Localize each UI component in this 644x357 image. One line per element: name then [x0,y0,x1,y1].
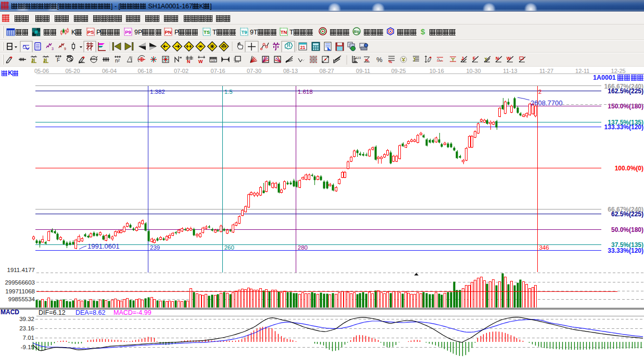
svg-text:07-02: 07-02 [174,68,188,74]
svg-text:Big: Big [353,30,359,34]
svg-text:PS: PS [87,29,94,35]
svg-text:%: % [376,56,383,64]
svg-text:133.33%(120): 133.33%(120) [604,124,643,131]
svg-text:$: $ [421,27,425,36]
svg-text:9: 9 [64,47,66,51]
svg-text:99855534: 99855534 [8,296,35,302]
svg-text:09-25: 09-25 [391,68,406,74]
svg-text:TS: TS [204,29,210,35]
svg-text:11-27: 11-27 [539,68,553,74]
svg-text:123: 123 [356,56,361,59]
svg-text:123: 123 [211,59,216,63]
svg-text:07-16: 07-16 [211,68,225,74]
svg-text:1.618: 1.618 [298,89,313,95]
svg-text:%: % [388,59,392,64]
svg-text:1.382: 1.382 [150,89,165,95]
svg-text:P9: P9 [125,29,131,35]
svg-text:DEA=8.62: DEA=8.62 [75,309,105,316]
svg-text:09-11: 09-11 [356,68,370,74]
svg-text:1991.0601: 1991.0601 [87,242,119,250]
svg-text:11-13: 11-13 [503,68,517,74]
svg-text:W: W [198,59,203,64]
svg-text:06-18: 06-18 [137,68,152,74]
svg-text:PN: PN [165,29,171,35]
svg-text:346: 346 [539,244,549,251]
svg-text:100.0%(0): 100.0%(0) [615,165,643,172]
svg-text:50.0%(180): 50.0%(180) [611,226,643,233]
svg-text:N: N [496,56,499,61]
svg-text:2608.7700: 2608.7700 [531,99,562,107]
svg-text:F: F [473,56,475,61]
svg-text:TN: TN [281,29,287,35]
svg-text:W: W [507,56,511,61]
svg-text:%: % [365,58,369,63]
svg-text:3: 3 [52,47,54,51]
svg-text:199711068: 199711068 [5,288,35,294]
svg-text:10-16: 10-16 [430,68,444,74]
svg-text:1911.4177: 1911.4177 [7,267,35,273]
svg-text:62.5%(225): 62.5%(225) [611,211,643,218]
svg-text:08-27: 08-27 [320,68,334,74]
svg-text:J: J [461,56,464,61]
svg-text:150.0%(180): 150.0%(180) [608,103,643,110]
svg-text:05-06: 05-06 [34,68,49,74]
svg-text:39.32: 39.32 [19,316,34,322]
svg-text:280: 280 [298,244,308,251]
svg-text:T9: T9 [241,29,247,35]
svg-text:-9.15: -9.15 [21,344,34,350]
svg-text:33.33%(120): 33.33%(120) [608,247,643,254]
svg-text:MACD: MACD [1,309,19,316]
svg-text:08-13: 08-13 [283,68,298,74]
svg-text:239: 239 [150,244,160,251]
svg-text:299566603: 299566603 [5,279,35,286]
svg-text:N: N [187,59,191,64]
svg-text:MACD=-4.99: MACD=-4.99 [113,309,151,316]
svg-text:n²: n² [115,58,120,64]
svg-text:10-30: 10-30 [466,68,481,74]
svg-text:1.5: 1.5 [224,89,233,95]
svg-text:23.16: 23.16 [19,325,34,331]
svg-text:12-25: 12-25 [611,68,626,74]
svg-text:06-04: 06-04 [102,68,117,74]
svg-text:05-20: 05-20 [65,68,80,74]
svg-text:07-30: 07-30 [247,68,261,74]
svg-text:12-11: 12-11 [575,68,589,74]
svg-text:F: F [57,57,60,63]
svg-text:21: 21 [300,45,306,50]
svg-text:260: 260 [224,244,234,251]
svg-text:162.5%(225): 162.5%(225) [608,88,643,95]
svg-text:DIF=6.12: DIF=6.12 [39,309,66,316]
svg-text:7.01: 7.01 [23,335,34,341]
svg-text:2: 2 [538,89,541,95]
